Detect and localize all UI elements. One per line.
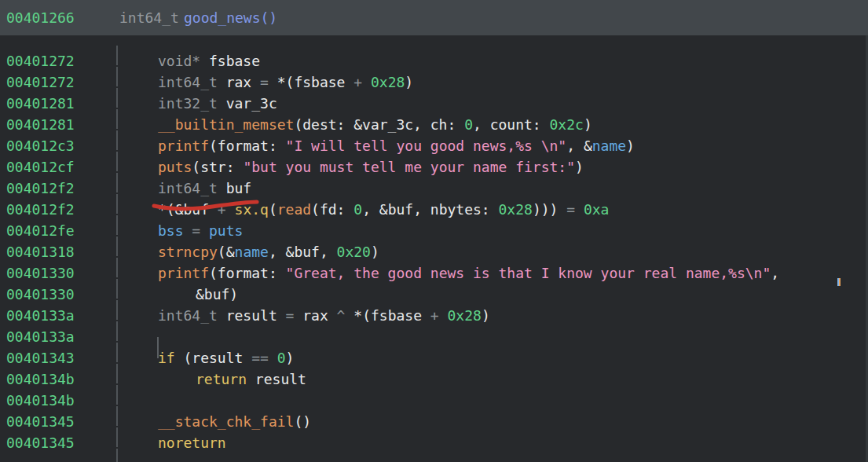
address-gutter[interactable]: 004012fe <box>6 220 75 241</box>
token-var[interactable]: rax <box>302 307 336 324</box>
function-name[interactable]: good_news() <box>184 7 277 28</box>
code-line[interactable]: int64_t rax = *(fsbase + 0x28) <box>158 72 413 93</box>
token-kw[interactable]: if <box>158 350 184 366</box>
code-line[interactable]: int64_t result = rax ^ *(fsbase + 0x28) <box>158 305 490 326</box>
token-var[interactable]: ))) <box>533 201 566 218</box>
token-op[interactable]: = <box>260 74 277 90</box>
token-var[interactable]: var_3c <box>218 95 277 112</box>
code-row[interactable]: 00401343if (result == 0) <box>0 347 868 368</box>
token-var[interactable]: result <box>247 371 306 387</box>
token-var[interactable]: rax <box>218 74 260 90</box>
code-row[interactable]: 00401330&buf) <box>0 284 868 305</box>
code-row[interactable]: 004012cfputs(str: "but you must tell me … <box>0 156 868 178</box>
token-var[interactable]: ) <box>371 244 379 260</box>
token-op[interactable]: == <box>251 350 277 366</box>
token-type[interactable]: void* <box>158 53 200 69</box>
token-var[interactable]: () <box>294 413 311 430</box>
address-gutter[interactable]: 004012c3 <box>6 135 75 156</box>
token-op[interactable]: = <box>286 307 303 324</box>
code-row[interactable]: 00401281__builtin_memset(dest: &var_3c, … <box>0 114 868 135</box>
token-var[interactable]: (dest: &var_3c, ch: <box>294 116 464 133</box>
code-line[interactable]: return result <box>196 368 306 390</box>
code-line[interactable]: &buf) <box>196 284 238 305</box>
token-type[interactable]: int32_t <box>158 95 218 112</box>
token-str[interactable]: "I will tell you good news,%s \n" <box>286 138 567 154</box>
code-row[interactable]: 004012f2*(&buf + sx.q(read(fd: 0, &buf, … <box>0 199 868 220</box>
code-line[interactable]: *(&buf + sx.q(read(fd: 0, &buf, nbytes: … <box>158 199 609 220</box>
token-sym[interactable]: bss <box>158 222 184 239</box>
code-row[interactable]: 00401318strncpy(&name, &buf, 0x20) <box>0 241 868 262</box>
code-row[interactable]: 0040134breturn result <box>0 368 868 390</box>
token-var[interactable]: *(&buf <box>158 201 218 218</box>
token-kw[interactable]: return <box>196 371 247 387</box>
token-kw[interactable]: sx.q <box>235 201 269 218</box>
token-var[interactable]: , <box>771 265 779 281</box>
token-num[interactable]: 0xa <box>584 201 610 218</box>
token-var[interactable]: ) <box>482 307 490 324</box>
code-line[interactable]: strncpy(&name, &buf, 0x20) <box>158 241 379 262</box>
token-num[interactable]: 0x28 <box>499 201 533 218</box>
token-type[interactable]: int64_t <box>158 180 218 196</box>
token-fn[interactable]: printf <box>158 138 209 154</box>
token-op[interactable]: = <box>184 222 210 239</box>
code-row[interactable]: 00401272int64_t rax = *(fsbase + 0x28) <box>0 72 868 93</box>
token-var[interactable]: ) <box>405 74 413 90</box>
token-fn[interactable]: puts <box>158 159 192 175</box>
token-num[interactable]: 0x20 <box>337 244 371 260</box>
code-line[interactable]: noreturn <box>158 432 226 453</box>
token-sym[interactable]: name <box>592 138 626 154</box>
code-row[interactable]: 00401345__stack_chk_fail() <box>0 411 868 432</box>
code-row[interactable]: 004012f2int64_t buf <box>0 178 868 199</box>
code-row[interactable]: 0040133a <box>0 326 868 347</box>
code-line[interactable]: puts(str: "but you must tell me your nam… <box>158 156 584 178</box>
address-gutter[interactable]: 00401343 <box>6 347 75 368</box>
token-num[interactable]: 0x28 <box>371 74 405 90</box>
token-num[interactable]: 0 <box>277 350 286 366</box>
token-num[interactable]: 0x28 <box>448 307 482 324</box>
token-var[interactable]: *(fsbase <box>353 307 430 324</box>
token-fn[interactable]: __builtin_memset <box>158 116 294 133</box>
token-sym[interactable]: puts <box>209 222 243 239</box>
token-var[interactable]: , count: <box>473 116 550 133</box>
address-gutter[interactable]: 00401281 <box>6 114 75 135</box>
token-fn[interactable]: strncpy <box>158 244 218 260</box>
token-var[interactable]: (result <box>184 350 252 366</box>
token-var[interactable]: ) <box>575 159 584 175</box>
token-type[interactable]: int64_t <box>158 74 218 90</box>
address-gutter[interactable]: 004012f2 <box>6 199 75 220</box>
token-var[interactable]: (format: <box>209 138 286 154</box>
token-fn[interactable]: printf <box>158 265 209 281</box>
token-var[interactable]: (fd: <box>311 201 353 218</box>
token-num[interactable]: 0x2c <box>550 116 584 133</box>
code-line[interactable]: printf(format: "I will tell you good new… <box>158 135 635 156</box>
address-gutter[interactable]: 00401330 <box>6 284 75 305</box>
code-line[interactable]: __builtin_memset(dest: &var_3c, ch: 0, c… <box>158 114 592 135</box>
address-gutter[interactable]: 00401272 <box>6 72 75 93</box>
address-gutter[interactable]: 00401345 <box>6 432 75 453</box>
token-type[interactable]: int64_t <box>158 307 218 324</box>
token-var[interactable]: &buf) <box>196 286 238 302</box>
token-var[interactable]: *(fsbase <box>277 74 354 90</box>
code-line[interactable]: int64_t buf <box>158 178 251 199</box>
function-return-type[interactable]: int64_t <box>119 7 179 28</box>
code-row[interactable]: 004012febss = puts <box>0 220 868 241</box>
address-gutter[interactable]: 00401330 <box>6 262 75 284</box>
token-var[interactable]: buf <box>218 180 251 196</box>
code-line[interactable]: void* fsbase <box>158 50 260 72</box>
token-str[interactable]: "but you must tell me your name first:" <box>243 159 575 175</box>
token-sym[interactable]: name <box>235 244 269 260</box>
token-op[interactable]: + <box>218 201 235 218</box>
address-gutter[interactable]: 004012f2 <box>6 178 75 199</box>
token-var[interactable]: , & <box>566 138 592 154</box>
token-var[interactable]: ) <box>584 116 592 133</box>
code-row[interactable]: 00401272void* fsbase <box>0 50 868 72</box>
token-op[interactable]: + <box>430 307 448 324</box>
address-gutter[interactable]: 00401318 <box>6 241 75 262</box>
address-gutter[interactable]: 0040134b <box>6 368 75 390</box>
token-fn[interactable]: __stack_chk_fail <box>158 413 294 430</box>
code-line[interactable]: printf(format: "Great, the good news is … <box>158 262 779 284</box>
code-row[interactable]: 0040133aint64_t result = rax ^ *(fsbase … <box>0 305 868 326</box>
token-var[interactable]: , &buf, <box>269 244 337 260</box>
token-num[interactable]: 0 <box>464 116 473 133</box>
token-fn[interactable]: read <box>277 201 311 218</box>
